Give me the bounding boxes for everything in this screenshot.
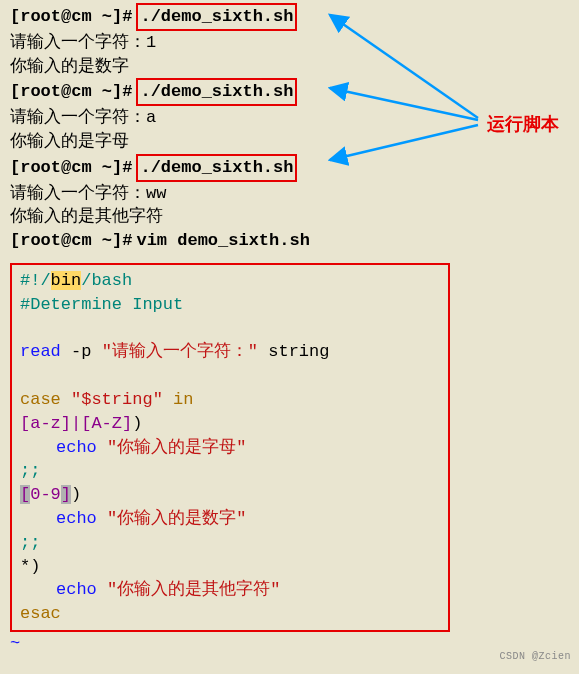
terminal-input-prompt-1: 请输入一个字符： 1 (10, 31, 569, 55)
script-echo-digit: echo "你输入的是数字" (20, 507, 440, 531)
script-shebang: #!/bin/bash (20, 269, 440, 293)
terminal-line-vim: [root@cm ~ ]# vim demo_sixth.sh (10, 229, 569, 253)
blank-line (20, 364, 440, 388)
prompt-root: [root@cm (10, 5, 92, 29)
prompt-root: [root@cm (10, 80, 92, 104)
ask-text: 请输入一个字符： (10, 31, 146, 55)
prompt-tilde: ~ (102, 80, 112, 104)
prompt-tilde: ~ (102, 5, 112, 29)
prompt-root: [root@cm (10, 229, 92, 253)
script-sep-1: ;; (20, 459, 440, 483)
terminal-input-prompt-2: 请输入一个字符： a (10, 106, 569, 130)
script-pattern-digit: [0-9]) (20, 483, 440, 507)
blank-line (20, 317, 440, 341)
terminal-line-cmd-3: [root@cm ~ ]# ./demo_sixth.sh (10, 154, 569, 182)
terminal-line-cmd-2: [root@cm ~ ]# ./demo_sixth.sh (10, 78, 569, 106)
script-echo-alpha: echo "你输入的是字母" (20, 436, 440, 460)
vim-tilde: ~ (10, 632, 569, 656)
script-pattern-alpha: [a-z]|[A-Z]) (20, 412, 440, 436)
watermark: CSDN @Zcien (499, 650, 571, 664)
annotation-run-script: 运行脚本 (487, 112, 559, 137)
script-pattern-other: *) (20, 555, 440, 579)
prompt-tilde: ~ (102, 156, 112, 180)
ask-text: 请输入一个字符： (10, 106, 146, 130)
script-code-box: #!/bin/bash #Determine Input read -p "请输… (10, 263, 450, 632)
terminal-reply-2: 你输入的是字母 (10, 130, 569, 154)
script-comment: #Determine Input (20, 293, 440, 317)
ask-text: 请输入一个字符： (10, 182, 146, 206)
prompt-hash: ]# (112, 156, 132, 180)
script-case: case "$string" in (20, 388, 440, 412)
user-input-1: 1 (146, 31, 156, 55)
boxed-command-1: ./demo_sixth.sh (136, 3, 297, 31)
boxed-command-2: ./demo_sixth.sh (136, 78, 297, 106)
terminal-input-prompt-3: 请输入一个字符： ww (10, 182, 569, 206)
prompt-root: [root@cm (10, 156, 92, 180)
user-input-3: ww (146, 182, 166, 206)
prompt-tilde: ~ (102, 229, 112, 253)
prompt-hash: ]# (112, 5, 132, 29)
script-sep-2: ;; (20, 531, 440, 555)
terminal-reply-1: 你输入的是数字 (10, 55, 569, 79)
terminal-reply-3: 你输入的是其他字符 (10, 205, 569, 229)
boxed-command-3: ./demo_sixth.sh (136, 154, 297, 182)
script-read: read -p "请输入一个字符：" string (20, 340, 440, 364)
script-echo-other: echo "你输入的是其他字符" (20, 578, 440, 602)
script-esac: esac (20, 602, 440, 626)
terminal-line-cmd-1: [root@cm ~ ]# ./demo_sixth.sh (10, 3, 569, 31)
prompt-hash: ]# (112, 80, 132, 104)
prompt-hash: ]# (112, 229, 132, 253)
user-input-2: a (146, 106, 156, 130)
vim-command: vim demo_sixth.sh (136, 229, 309, 253)
